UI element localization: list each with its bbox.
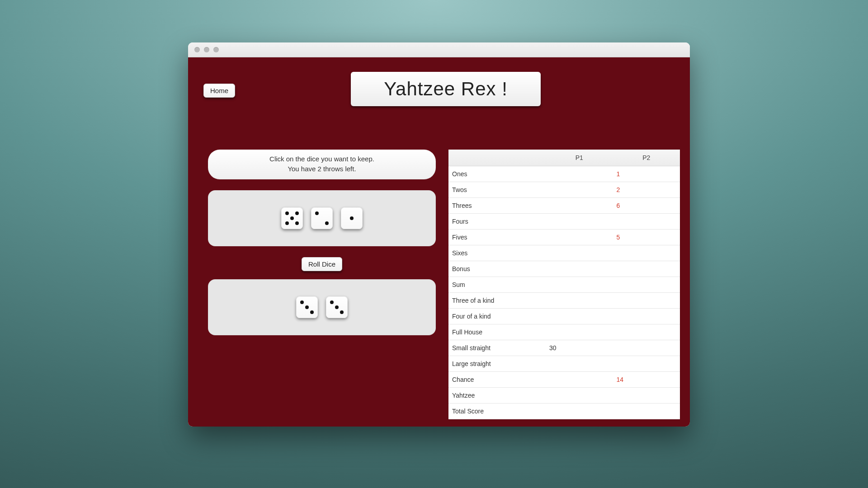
window-dot-icon [204, 47, 209, 52]
score-cell-p1[interactable] [546, 198, 613, 214]
pip-icon [310, 310, 314, 314]
score-row: Total Score [448, 404, 680, 419]
message-panel: Click on the dice you want to keep. You … [208, 150, 436, 179]
app-surface: Home Yahtzee Rex ! Click on the dice you… [188, 57, 690, 427]
score-cell-p2[interactable] [613, 340, 680, 356]
pip-icon [300, 300, 304, 304]
score-cell-p1[interactable] [546, 356, 613, 372]
pip-icon [335, 305, 339, 309]
score-cell-p1[interactable] [546, 277, 613, 293]
score-cell-p1[interactable] [546, 230, 613, 245]
score-cell-p1[interactable] [546, 214, 613, 230]
die-3[interactable] [326, 296, 348, 318]
score-row-label: Twos [448, 182, 546, 198]
score-cell-p2[interactable]: 14 [613, 372, 680, 388]
score-cell-p1[interactable] [546, 261, 613, 277]
score-cell-p1[interactable] [546, 372, 613, 388]
score-cell-p1[interactable] [546, 293, 613, 309]
score-cell-p1[interactable] [546, 182, 613, 198]
score-row: Chance14 [448, 372, 680, 388]
score-row-label: Ones [448, 166, 546, 182]
score-row-label: Fours [448, 214, 546, 230]
score-cell-p1[interactable] [546, 166, 613, 182]
score-cell-p1[interactable] [546, 309, 613, 324]
score-row: Small straight30 [448, 340, 680, 356]
pip-icon [350, 216, 354, 220]
score-cell-p2[interactable] [613, 277, 680, 293]
score-table: P1 P2 Ones1Twos2Threes6FoursFives5SixesB… [448, 150, 680, 419]
pip-icon [285, 211, 289, 215]
score-cell-p2[interactable] [613, 404, 680, 419]
score-row-label: Large straight [448, 356, 546, 372]
score-cell-p2[interactable]: 1 [613, 166, 680, 182]
die-2[interactable] [311, 207, 333, 229]
score-cell-p1[interactable] [546, 404, 613, 419]
die-5[interactable] [281, 207, 303, 229]
score-row: Bonus [448, 261, 680, 277]
score-row-label: Four of a kind [448, 309, 546, 324]
score-cell-p2[interactable]: 5 [613, 230, 680, 245]
score-row: Large straight [448, 356, 680, 372]
window-titlebar [188, 42, 690, 57]
score-row-label: Threes [448, 198, 546, 214]
play-column: Click on the dice you want to keep. You … [208, 150, 436, 335]
die-1[interactable] [341, 207, 363, 229]
score-cell-p1[interactable] [546, 388, 613, 404]
score-header-row: P1 P2 [448, 150, 680, 166]
score-row-label: Full House [448, 324, 546, 340]
score-row-label: Three of a kind [448, 293, 546, 309]
pip-icon [315, 211, 319, 215]
score-cell-p2[interactable] [613, 261, 680, 277]
score-row: Sum [448, 277, 680, 293]
score-row: Full House [448, 324, 680, 340]
pip-icon [305, 305, 309, 309]
score-cell-p1[interactable] [546, 324, 613, 340]
pip-icon [340, 310, 344, 314]
score-cell-p1[interactable] [546, 245, 613, 261]
page-title: Yahtzee Rex ! [351, 72, 541, 106]
score-row-label: Fives [448, 230, 546, 245]
score-row-label: Yahtzee [448, 388, 546, 404]
score-cell-p2[interactable] [613, 245, 680, 261]
score-header-p2: P2 [613, 150, 680, 166]
kept-dice-tray [208, 279, 436, 335]
score-cell-p2[interactable] [613, 293, 680, 309]
score-row-label: Bonus [448, 261, 546, 277]
score-row: Threes6 [448, 198, 680, 214]
pip-icon [295, 221, 299, 225]
score-cell-p2[interactable] [613, 309, 680, 324]
score-cell-p2[interactable] [613, 214, 680, 230]
score-cell-p2[interactable]: 6 [613, 198, 680, 214]
message-line: Click on the dice you want to keep. [216, 154, 428, 164]
rolled-dice-tray [208, 190, 436, 246]
message-line: You have 2 throws left. [216, 164, 428, 174]
score-header-blank [448, 150, 546, 166]
home-button[interactable]: Home [203, 84, 235, 98]
score-row-label: Sixes [448, 245, 546, 261]
score-header-p1: P1 [546, 150, 613, 166]
score-row: Four of a kind [448, 309, 680, 324]
score-cell-p1[interactable]: 30 [546, 340, 613, 356]
score-row: Fives5 [448, 230, 680, 245]
pip-icon [325, 221, 329, 225]
score-row-label: Small straight [448, 340, 546, 356]
pip-icon [290, 216, 294, 220]
score-row-label: Total Score [448, 404, 546, 419]
score-row-label: Sum [448, 277, 546, 293]
roll-dice-button[interactable]: Roll Dice [302, 257, 342, 271]
score-cell-p2[interactable] [613, 356, 680, 372]
score-row: Yahtzee [448, 388, 680, 404]
window-dot-icon [194, 47, 200, 52]
score-cell-p2[interactable] [613, 324, 680, 340]
window-dot-icon [213, 47, 219, 52]
score-cell-p2[interactable] [613, 388, 680, 404]
pip-icon [285, 221, 289, 225]
score-table-wrap: P1 P2 Ones1Twos2Threes6FoursFives5SixesB… [448, 150, 680, 419]
score-cell-p2[interactable]: 2 [613, 182, 680, 198]
die-3[interactable] [296, 296, 318, 318]
app-window: Home Yahtzee Rex ! Click on the dice you… [188, 42, 690, 427]
score-row: Sixes [448, 245, 680, 261]
score-row-label: Chance [448, 372, 546, 388]
score-row: Fours [448, 214, 680, 230]
pip-icon [330, 300, 334, 304]
